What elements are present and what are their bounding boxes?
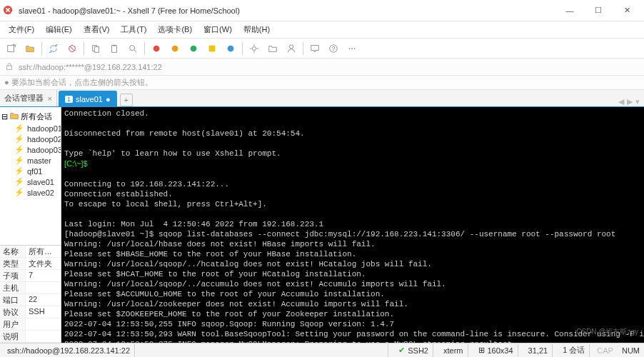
prop-value: SSH: [26, 306, 61, 318]
tree-item-label: hadoop01: [27, 124, 61, 133]
tree-item[interactable]: ⚡master: [1, 155, 59, 166]
svg-point-19: [351, 48, 353, 49]
sidebar: ⊟ 所有会话 ⚡hadoop01⚡hadoop02⚡hadoop03⚡maste…: [0, 107, 61, 343]
tree-item[interactable]: ⚡slave02: [1, 187, 59, 198]
folder2-icon[interactable]: [264, 40, 281, 57]
settings-icon[interactable]: [246, 40, 263, 57]
tab-menu-icon[interactable]: ▾: [635, 97, 640, 106]
tree-item-label: slave02: [27, 188, 54, 197]
color2-icon[interactable]: [166, 40, 183, 57]
status-bar: ssh://hadoop@192.168.223.141:22 ✔SSH2 xt…: [0, 343, 644, 357]
tab-slave01[interactable]: 1 slave01 ●: [59, 91, 117, 106]
color3-icon[interactable]: [185, 40, 202, 57]
hint-text: ● 要添加当前会话，点击左侧的箭头按钮。: [4, 77, 153, 88]
tab-add-button[interactable]: +: [120, 94, 133, 106]
menu-item[interactable]: 窗口(W): [198, 23, 238, 36]
menubar: 文件(F)编辑(E)查看(V)工具(T)选项卡(B)窗口(W)帮助(H): [0, 21, 644, 39]
prop-row: 名称所有…: [0, 246, 61, 258]
prop-key: 主机: [0, 282, 26, 293]
prop-key: 说明: [0, 331, 26, 342]
find-icon[interactable]: [124, 40, 141, 57]
tree-item-label: hadoop02: [27, 135, 61, 144]
menu-item[interactable]: 选项卡(B): [152, 23, 198, 36]
svg-point-7: [130, 45, 135, 50]
color4-icon[interactable]: [203, 40, 221, 57]
maximize-button[interactable]: ☐: [584, 0, 613, 21]
tree-item[interactable]: ⚡hadoop02: [1, 134, 59, 144]
prop-value: 7: [26, 270, 61, 281]
new-session-icon[interactable]: [3, 40, 20, 57]
minimize-button[interactable]: —: [555, 0, 584, 21]
svg-text:?: ?: [331, 44, 335, 51]
prop-key: 名称: [0, 246, 26, 257]
status-enc: xterm: [439, 344, 468, 357]
prop-value: 文件夹: [26, 258, 61, 269]
tree-item[interactable]: ⚡hadoop01: [1, 123, 59, 134]
svg-rect-15: [311, 45, 319, 50]
svg-point-12: [228, 45, 234, 51]
color5-icon[interactable]: [222, 40, 239, 57]
screen-icon[interactable]: [306, 40, 323, 57]
prop-row: 用户名: [0, 318, 61, 331]
prop-key: 协议: [0, 306, 26, 318]
svg-point-18: [349, 48, 351, 49]
menu-item[interactable]: 编辑(E): [40, 23, 78, 36]
prop-value: 所有…: [26, 246, 61, 257]
prop-key: 端口: [0, 294, 26, 306]
check-icon: ✔: [398, 346, 405, 355]
user-icon[interactable]: [283, 40, 300, 57]
tab-prev-icon[interactable]: ◀: [618, 97, 624, 106]
open-icon[interactable]: [21, 40, 39, 57]
window-title: slave01 - hadoop@slave01:~ - Xshell 7 (F…: [19, 6, 555, 15]
watermark: CSDN @福布斯zgy: [576, 327, 638, 337]
close-button[interactable]: ✕: [613, 0, 641, 21]
session-icon: ⚡: [14, 145, 24, 154]
tab-index: 1: [65, 96, 73, 103]
svg-point-13: [252, 46, 256, 50]
session-manager-close-icon[interactable]: ×: [48, 94, 52, 103]
prop-row: 类型文件夹: [0, 258, 61, 270]
grid-icon: ⊞: [478, 346, 485, 355]
session-icon: ⚡: [14, 177, 24, 186]
menu-item[interactable]: 文件(F): [3, 23, 40, 36]
address-text[interactable]: ssh://hadoop:******@192.168.223.141:22: [19, 63, 162, 71]
tree-item[interactable]: ⚡hadoop03: [1, 144, 59, 155]
session-icon: ⚡: [14, 134, 24, 144]
app-logo-icon: [3, 5, 14, 16]
terminal[interactable]: Connection closed. Disconnected from rem…: [61, 107, 644, 343]
svg-rect-6: [113, 44, 116, 46]
session-icon: ⚡: [14, 166, 24, 176]
color1-icon[interactable]: [148, 40, 165, 57]
status-pos: 31,21: [524, 344, 553, 357]
menu-item[interactable]: 查看(V): [78, 23, 116, 36]
help-icon[interactable]: ?: [325, 40, 342, 57]
copy-icon[interactable]: [87, 40, 104, 57]
prop-key: 子项目: [0, 270, 26, 281]
svg-point-9: [172, 45, 178, 51]
status-size: ⊞160x34: [474, 344, 518, 357]
tab-label: slave01: [76, 95, 103, 104]
tree-item[interactable]: ⚡qf01: [1, 166, 59, 176]
paste-icon[interactable]: [106, 40, 123, 57]
tree-item-label: master: [27, 156, 51, 165]
reconnect-icon[interactable]: [45, 40, 62, 57]
prop-row: 端口22: [0, 294, 61, 306]
address-bar: ssh://hadoop:******@192.168.223.141:22: [0, 59, 644, 76]
menu-item[interactable]: 帮助(H): [238, 23, 276, 36]
lock-icon: [4, 61, 14, 73]
tree-root[interactable]: ⊟ 所有会话: [1, 110, 59, 123]
tree-item[interactable]: ⚡slave01: [1, 176, 59, 187]
tab-close-icon[interactable]: ●: [106, 95, 111, 104]
svg-rect-21: [7, 66, 12, 69]
menu-item[interactable]: 工具(T): [115, 23, 152, 36]
tab-bar: 会话管理器 × 1 slave01 ● + ◀ ▶ ▾: [0, 90, 644, 107]
prop-row: 说明: [0, 331, 61, 343]
more-icon[interactable]: [343, 40, 361, 57]
collapse-icon[interactable]: ⊟: [1, 112, 8, 121]
status-sessions: 1 会话: [558, 344, 590, 357]
tab-next-icon[interactable]: ▶: [627, 97, 633, 106]
session-manager-title: 会话管理器 ×: [0, 90, 57, 106]
disconnect-icon[interactable]: [64, 40, 81, 57]
status-num: NUM: [620, 344, 641, 357]
svg-rect-11: [209, 45, 216, 51]
